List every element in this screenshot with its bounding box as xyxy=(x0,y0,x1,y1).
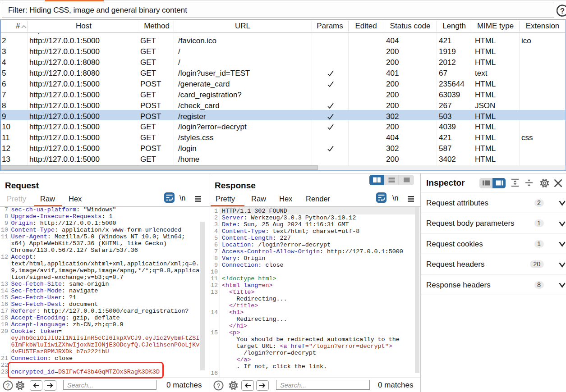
svg-text:?: ? xyxy=(560,7,565,15)
svg-text:?: ? xyxy=(6,382,10,389)
svg-text:?: ? xyxy=(217,382,221,389)
